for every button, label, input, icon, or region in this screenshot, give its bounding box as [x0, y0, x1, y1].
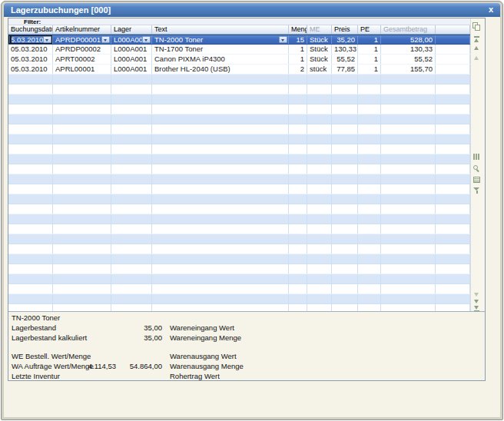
- cell[interactable]: [8, 94, 53, 104]
- cell[interactable]: [358, 104, 381, 114]
- cell[interactable]: [8, 104, 53, 114]
- cell[interactable]: [289, 164, 307, 174]
- table-row[interactable]: 05.03.2010APRDP00002L000A001TN-1700 Tone…: [8, 45, 470, 55]
- table-row-empty[interactable]: [8, 164, 470, 174]
- cell[interactable]: 155,70: [381, 65, 436, 74]
- cell[interactable]: [307, 204, 332, 214]
- cell[interactable]: [111, 134, 152, 144]
- cell[interactable]: [53, 184, 111, 194]
- cell[interactable]: [381, 294, 436, 303]
- cell[interactable]: [358, 75, 381, 84]
- cell[interactable]: [332, 284, 358, 293]
- cell[interactable]: [152, 254, 289, 264]
- cell[interactable]: [307, 274, 332, 283]
- cell[interactable]: [381, 194, 436, 204]
- cell[interactable]: [289, 174, 307, 184]
- cell[interactable]: [358, 85, 381, 94]
- cell[interactable]: [332, 124, 358, 134]
- cell[interactable]: [381, 134, 436, 144]
- cell[interactable]: Stück: [307, 55, 332, 64]
- cell[interactable]: 1: [289, 55, 307, 64]
- cell[interactable]: [152, 274, 289, 283]
- cell[interactable]: [307, 214, 332, 224]
- cell[interactable]: [289, 294, 307, 303]
- cell[interactable]: [307, 154, 332, 164]
- cell[interactable]: [332, 244, 358, 254]
- table-row-empty[interactable]: [8, 184, 470, 194]
- cell[interactable]: 130,33: [332, 45, 358, 54]
- cell[interactable]: [381, 254, 436, 264]
- cell[interactable]: [111, 174, 152, 184]
- cell[interactable]: [8, 164, 53, 174]
- cell[interactable]: 35,20: [332, 35, 358, 44]
- cell[interactable]: [53, 134, 111, 144]
- cell[interactable]: [152, 114, 289, 124]
- cell[interactable]: [111, 224, 152, 234]
- cell[interactable]: TN-1700 Toner: [152, 45, 289, 54]
- cell[interactable]: [289, 104, 307, 114]
- cell[interactable]: [111, 254, 152, 264]
- cell[interactable]: [332, 94, 358, 104]
- cell[interactable]: [289, 254, 307, 264]
- cell[interactable]: 1: [358, 45, 381, 54]
- cell[interactable]: [53, 274, 111, 283]
- cell[interactable]: [381, 124, 436, 134]
- table-row-empty[interactable]: [8, 244, 470, 254]
- cell[interactable]: [289, 94, 307, 104]
- cell[interactable]: [307, 244, 332, 254]
- cell[interactable]: [111, 304, 152, 311]
- table-row-empty[interactable]: [8, 274, 470, 284]
- cell[interactable]: [332, 174, 358, 184]
- cell[interactable]: [332, 154, 358, 164]
- cell[interactable]: [332, 85, 358, 94]
- cell[interactable]: [332, 75, 358, 84]
- cell[interactable]: [8, 144, 53, 154]
- cell[interactable]: [358, 284, 381, 293]
- cell[interactable]: [436, 264, 470, 273]
- scroll-up-icon[interactable]: [474, 46, 479, 50]
- cell[interactable]: [289, 284, 307, 293]
- cell[interactable]: [152, 184, 289, 194]
- cell[interactable]: 1: [358, 65, 381, 74]
- cell[interactable]: [289, 234, 307, 244]
- cell[interactable]: [152, 154, 289, 164]
- cell[interactable]: 1: [358, 35, 381, 44]
- cell[interactable]: 15: [289, 35, 307, 44]
- cell[interactable]: Brother HL-2040 (USB): [152, 65, 289, 74]
- cell[interactable]: [53, 244, 111, 254]
- cell[interactable]: 55,52: [332, 55, 358, 64]
- cell[interactable]: [53, 94, 111, 104]
- cell[interactable]: [53, 294, 111, 303]
- cell[interactable]: [8, 234, 53, 244]
- report-icon[interactable]: [473, 177, 480, 183]
- cell[interactable]: [358, 204, 381, 214]
- cell[interactable]: [111, 94, 152, 104]
- cell[interactable]: [381, 94, 436, 104]
- cell[interactable]: [436, 114, 470, 124]
- cell[interactable]: [289, 75, 307, 84]
- cell[interactable]: 1: [358, 55, 381, 64]
- cell[interactable]: [53, 114, 111, 124]
- table-row-empty[interactable]: [8, 154, 470, 164]
- cell[interactable]: [8, 124, 53, 134]
- column-header-gesamtbetrag[interactable]: Gesamtbetrag: [381, 25, 436, 34]
- cell[interactable]: [332, 194, 358, 204]
- dropdown-button[interactable]: [43, 36, 51, 43]
- cell[interactable]: [358, 224, 381, 234]
- cell[interactable]: [111, 244, 152, 254]
- cell[interactable]: [436, 124, 470, 134]
- cell[interactable]: [307, 224, 332, 234]
- cell[interactable]: [53, 194, 111, 204]
- cell[interactable]: [289, 144, 307, 154]
- cell[interactable]: [152, 104, 289, 114]
- dropdown-button[interactable]: [142, 36, 151, 43]
- cell[interactable]: [152, 164, 289, 174]
- cell[interactable]: [358, 154, 381, 164]
- cell[interactable]: [381, 284, 436, 293]
- cell[interactable]: [8, 224, 53, 234]
- cell[interactable]: [436, 254, 470, 264]
- cell[interactable]: [436, 294, 470, 303]
- cell[interactable]: [8, 204, 53, 214]
- cell[interactable]: [8, 114, 53, 124]
- cell[interactable]: [152, 304, 289, 311]
